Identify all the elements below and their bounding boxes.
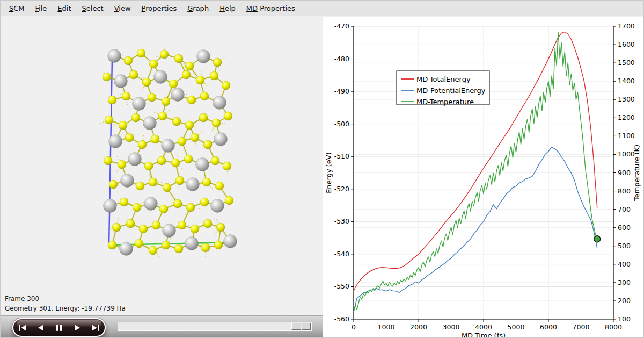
atom-yellow[interactable] (108, 241, 116, 249)
atom-gray[interactable] (171, 88, 185, 102)
menu-item-file[interactable]: File (30, 1, 53, 16)
menu-item-help[interactable]: Help (214, 1, 241, 16)
atom-yellow[interactable] (175, 176, 184, 185)
atom-yellow[interactable] (191, 225, 199, 233)
skip-end-button[interactable] (87, 320, 104, 335)
atom-gray[interactable] (163, 224, 176, 238)
atom-gray[interactable] (197, 50, 210, 63)
atom-gray[interactable] (196, 158, 209, 171)
frame-slider-thumb[interactable] (291, 323, 311, 330)
atom-gray[interactable] (185, 237, 199, 250)
atom-gray[interactable] (128, 153, 142, 166)
atom-yellow[interactable] (172, 117, 181, 126)
atom-gray[interactable] (214, 133, 228, 146)
atom-yellow[interactable] (105, 116, 113, 124)
atom-yellow[interactable] (216, 223, 225, 232)
atom-yellow[interactable] (185, 121, 194, 130)
menu-item-select[interactable]: Select (77, 1, 109, 16)
atom-gray[interactable] (104, 199, 117, 213)
atom-yellow[interactable] (148, 93, 156, 102)
menu-item-scm[interactable]: SCM (4, 1, 30, 16)
atom-yellow[interactable] (222, 81, 230, 90)
atom-yellow[interactable] (138, 140, 147, 149)
atom-yellow[interactable] (174, 244, 183, 253)
atom-yellow[interactable] (149, 246, 157, 255)
atom-yellow[interactable] (215, 182, 224, 190)
current-frame-marker[interactable] (594, 236, 601, 242)
atom-yellow[interactable] (136, 182, 144, 190)
atom-yellow[interactable] (152, 221, 160, 229)
atom-yellow[interactable] (157, 156, 166, 165)
atom-yellow[interactable] (185, 62, 194, 70)
pause-button[interactable] (51, 320, 67, 335)
atom-yellow[interactable] (187, 96, 196, 104)
atom-yellow[interactable] (184, 155, 193, 163)
atom-yellow[interactable] (174, 54, 183, 63)
atom-yellow[interactable] (149, 60, 158, 68)
atom-yellow[interactable] (225, 196, 233, 205)
atom-yellow[interactable] (118, 160, 126, 169)
atom-yellow[interactable] (133, 203, 141, 212)
atom-yellow[interactable] (191, 133, 199, 142)
atom-yellow[interactable] (203, 219, 212, 228)
atom-yellow[interactable] (169, 80, 178, 88)
atom-gray[interactable] (154, 70, 167, 84)
atom-yellow[interactable] (126, 219, 135, 228)
atom-yellow[interactable] (214, 241, 223, 249)
play-button[interactable] (69, 320, 85, 335)
atom-yellow[interactable] (108, 96, 116, 104)
atom-yellow[interactable] (103, 73, 111, 81)
atom-yellow[interactable] (200, 198, 209, 206)
atom-yellow[interactable] (137, 49, 145, 57)
atom-yellow[interactable] (104, 156, 112, 165)
atom-yellow[interactable] (182, 70, 191, 79)
atom-yellow[interactable] (163, 183, 171, 192)
atom-yellow[interactable] (196, 76, 204, 84)
atom-gray[interactable] (213, 96, 226, 110)
atom-gray[interactable] (162, 139, 175, 153)
atom-yellow[interactable] (109, 180, 118, 189)
atom-yellow[interactable] (171, 159, 180, 167)
atom-yellow[interactable] (212, 119, 221, 127)
atom-yellow[interactable] (200, 92, 209, 100)
atom-yellow[interactable] (201, 243, 210, 252)
atom-gray[interactable] (186, 178, 200, 191)
atom-yellow[interactable] (144, 162, 153, 170)
atom-yellow[interactable] (159, 205, 168, 213)
atom-yellow[interactable] (199, 113, 208, 122)
molecule-viewport[interactable] (1, 17, 323, 315)
atom-yellow[interactable] (160, 50, 169, 59)
atom-yellow[interactable] (186, 203, 195, 212)
atom-gray[interactable] (120, 242, 133, 256)
atom-gray[interactable] (211, 199, 224, 213)
slider-thumb-right-grip[interactable] (302, 323, 311, 330)
atom-yellow[interactable] (112, 223, 121, 232)
atom-gray[interactable] (121, 174, 134, 188)
atom-gray[interactable] (108, 49, 121, 63)
atom-yellow[interactable] (211, 156, 219, 165)
menu-item-edit[interactable]: Edit (52, 1, 76, 16)
menu-item-graph[interactable]: Graph (182, 1, 214, 16)
atom-yellow[interactable] (139, 225, 148, 233)
md-chart[interactable]: -470-480-490-500-510-520-530-540-550-560… (323, 17, 644, 338)
atom-yellow[interactable] (135, 239, 143, 248)
menu-item-view[interactable]: View (109, 1, 136, 16)
menu-item-properties[interactable]: Properties (136, 1, 182, 16)
atom-yellow[interactable] (125, 133, 134, 142)
atom-yellow[interactable] (210, 71, 218, 80)
atom-yellow[interactable] (129, 70, 138, 79)
atom-yellow[interactable] (203, 140, 212, 149)
atom-yellow[interactable] (122, 92, 130, 100)
atom-yellow[interactable] (223, 162, 231, 170)
atom-yellow[interactable] (151, 135, 159, 143)
atom-gray[interactable] (109, 135, 122, 148)
atom-yellow[interactable] (173, 199, 182, 208)
skip-start-button[interactable] (14, 320, 31, 335)
atom-gray[interactable] (224, 235, 237, 248)
atom-yellow[interactable] (142, 78, 151, 87)
menu-item-md-properties[interactable]: MD Properties (241, 1, 301, 16)
atom-yellow[interactable] (162, 241, 170, 249)
atom-gray[interactable] (144, 197, 158, 211)
atom-yellow[interactable] (119, 121, 127, 130)
step-back-button[interactable] (33, 320, 49, 335)
